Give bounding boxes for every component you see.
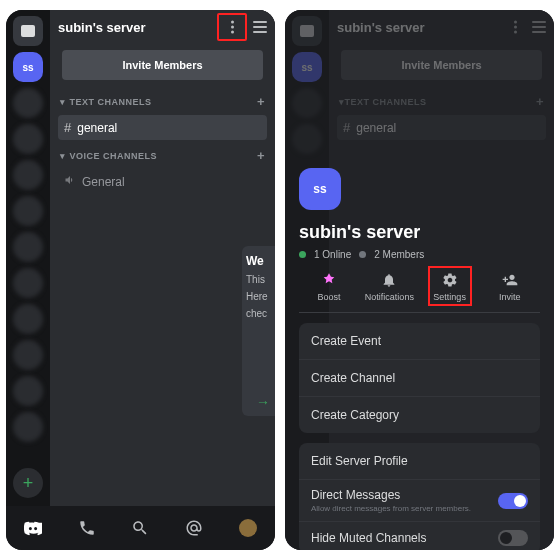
server-status: 1 Online 2 Members [299,249,540,260]
online-dot-icon [299,251,306,258]
server-blur [13,232,43,262]
chevron-down-icon: ▾ [60,151,66,161]
category-voice-channels[interactable]: ▾ VOICE CHANNELS + [50,142,275,167]
server-rail: ss + [6,10,50,506]
server-blur [13,376,43,406]
svg-point-2 [231,31,234,34]
server-blur [13,124,43,154]
more-options-highlight [217,13,247,41]
toggle-subtitle: Allow direct messages from server member… [311,504,498,513]
hide-muted-switch[interactable] [498,530,528,546]
add-server-button[interactable]: + [13,468,43,498]
online-count: 1 Online [314,249,351,260]
channel-label: general [77,121,117,135]
more-options-button[interactable] [221,16,243,38]
settings-button[interactable]: Settings [420,272,480,302]
channel-label: General [82,175,125,189]
server-options-sheet: ss subin's server 1 Online 2 Members Boo… [285,168,554,550]
server-badge: ss [299,168,341,210]
toggle-title: Direct Messages [311,488,498,502]
dm-home-icon[interactable] [13,16,43,46]
toggle-title: Hide Muted Channels [311,531,498,545]
sheet-server-name: subin's server [299,222,540,243]
add-text-channel-icon[interactable]: + [257,94,265,109]
peek-line: Here [246,291,272,302]
discord-home-icon[interactable] [24,519,42,537]
chat-peek[interactable]: We This Here chec → [242,246,275,416]
server-blur [13,340,43,370]
dm-switch[interactable] [498,493,528,509]
invite-button[interactable]: Invite [480,272,540,302]
peek-line: chec [246,308,272,319]
hash-icon: # [64,120,71,135]
peek-line: This [246,274,272,285]
members-dot-icon [359,251,366,258]
profile-avatar[interactable] [239,519,257,537]
action-row: Boost Notifications Settings Invite [299,272,540,313]
action-label: Invite [499,292,521,302]
server-blur [13,304,43,334]
settings-card: Edit Server Profile Direct Messages Allo… [299,443,540,550]
server-topbar: subin's server [50,10,275,44]
action-label: Notifications [365,292,414,302]
welcome-heading: We [246,254,272,268]
server-blur [13,412,43,442]
svg-point-1 [231,26,234,29]
hide-muted-toggle-row[interactable]: Hide Muted Channels [299,522,540,550]
channel-general[interactable]: # general [58,115,267,140]
create-card: Create Event Create Channel Create Categ… [299,323,540,433]
server-blur [13,160,43,190]
create-category-item[interactable]: Create Category [299,397,540,433]
invite-icon [502,272,518,288]
direct-messages-toggle-row[interactable]: Direct Messages Allow direct messages fr… [299,480,540,522]
phone-right: ss subin's server Invite Members ▾TEXT C… [285,10,554,550]
notifications-button[interactable]: Notifications [359,272,419,302]
bell-icon [381,272,397,288]
calls-icon[interactable] [78,519,96,537]
phone-left: ss + subin's server Invi [6,10,275,550]
members-count: 2 Members [374,249,424,260]
chevron-down-icon: ▾ [60,97,66,107]
svg-point-4 [514,26,517,29]
drawer-menu-icon[interactable] [253,21,267,33]
svg-point-3 [514,21,517,24]
server-blur [13,196,43,226]
category-label: VOICE CHANNELS [70,151,158,161]
svg-point-5 [514,31,517,34]
add-voice-channel-icon[interactable]: + [257,148,265,163]
voice-channel-general[interactable]: General [58,169,267,194]
category-label: TEXT CHANNELS [70,97,152,107]
boost-button[interactable]: Boost [299,272,359,302]
create-event-item[interactable]: Create Event [299,323,540,360]
arrow-right-icon: → [256,394,270,410]
server-blur [13,268,43,298]
action-label: Boost [318,292,341,302]
search-icon[interactable] [131,519,149,537]
speaker-icon [64,174,76,189]
server-icon-ss[interactable]: ss [13,52,43,82]
bottom-nav [6,506,275,550]
server-name: subin's server [58,20,211,35]
invite-members-button[interactable]: Invite Members [62,50,263,80]
edit-server-profile-item[interactable]: Edit Server Profile [299,443,540,480]
settings-highlight [428,266,472,306]
mentions-icon[interactable] [185,519,203,537]
create-channel-item[interactable]: Create Channel [299,360,540,397]
svg-point-0 [231,21,234,24]
boost-icon [321,272,337,288]
server-blur [13,88,43,118]
category-text-channels[interactable]: ▾ TEXT CHANNELS + [50,88,275,113]
